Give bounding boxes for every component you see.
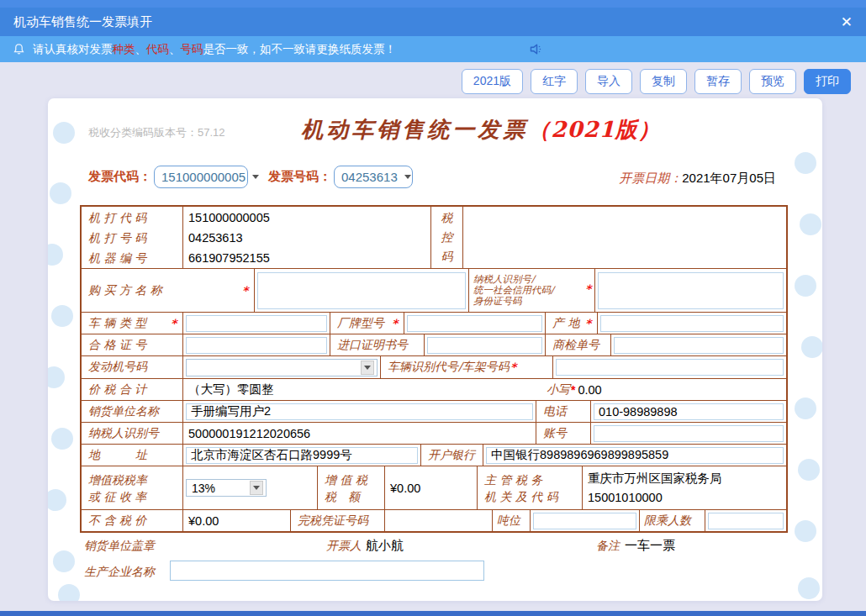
version-2021-button[interactable]: 2021版 [462, 69, 523, 94]
save-draft-button[interactable]: 暂存 [694, 69, 742, 94]
price-excl-value: ¥0.00 [182, 510, 290, 531]
import-cert-input[interactable] [427, 337, 542, 354]
account-input[interactable] [594, 425, 784, 442]
tax-cert-value [384, 510, 492, 531]
invoice-code-row: 发票代码： 151000000005 发票号码： 04253613 [88, 166, 413, 188]
cert-no-label: 合 格 证 号 [82, 334, 182, 355]
chevron-down-icon [250, 481, 263, 495]
engine-no-select[interactable] [186, 359, 378, 376]
invoice-number-label: 发票号码： [268, 169, 331, 185]
total-in-words: （大写）零圆整 [183, 382, 274, 398]
account-label: 账号 [536, 423, 590, 444]
vat-amount-value: ¥0.00 [384, 466, 477, 509]
copy-button[interactable]: 复制 [640, 69, 687, 94]
footer-row: 销货单位盖章 开票人 航小航 备注 一车一票 [48, 539, 822, 557]
decorative-dot [58, 584, 80, 601]
vat-rate-label: 增值税税率或 征 收 率 [82, 466, 182, 509]
vat-rate-select[interactable]: 13% [186, 479, 267, 497]
passenger-input[interactable] [708, 513, 784, 529]
total-label: 价 税 合 计 [82, 379, 182, 400]
total-numeric-group: 小写*0.00 [547, 382, 602, 398]
vehicle-type-input[interactable] [186, 315, 327, 332]
import-button[interactable]: 导入 [585, 69, 632, 94]
decorative-dot [798, 577, 820, 599]
close-icon[interactable]: ✕ [841, 13, 853, 31]
dialog-titlebar: 机动车销售统一发票填开 ✕ [0, 8, 866, 36]
origin-input[interactable] [600, 315, 784, 332]
buyer-taxid-input[interactable] [598, 272, 784, 309]
seller-taxid-value: 500000191212020656 [182, 423, 536, 444]
machine-values: 151000000005 04253613 661907952155 [182, 207, 430, 268]
total-small-label: 小写 [547, 382, 570, 398]
issuer-label: 开票人 [326, 539, 362, 554]
tax-cert-label: 完税凭证号码 [290, 510, 384, 531]
invoice-code-label: 发票代码： [88, 169, 151, 185]
inspection-no-label: 商检单号 [545, 334, 610, 355]
remark-label: 备注 [596, 539, 620, 554]
cert-no-input[interactable] [186, 337, 327, 354]
tax-control-code-cell: 税控码 [430, 207, 462, 268]
chevron-down-icon [404, 175, 411, 179]
manufacturer-label: 生产企业名称 [84, 565, 155, 580]
brand-model-input[interactable] [407, 315, 542, 332]
print-button[interactable]: 打印 [804, 69, 851, 94]
seller-name-input[interactable]: 手册编写用户2 [186, 403, 533, 420]
inspection-no-input[interactable] [614, 337, 784, 354]
import-cert-label: 进口证明书号 [330, 334, 424, 355]
phone-label: 电话 [536, 401, 590, 422]
origin-label: 产 地* [545, 313, 597, 334]
passenger-label: 限乘人数 [639, 510, 705, 531]
bank-label: 开户银行 [420, 445, 483, 466]
buyer-taxid-label: 纳税人识别号/ 统一社会信用代码/ 身份证号码 * [468, 269, 594, 312]
notice-bar: 请认真核对发票种类、代码、号码是否一致，如不一致请更换纸质发票！ [0, 36, 866, 62]
bank-input[interactable]: 中国银行8989896969899895859 [486, 447, 784, 464]
issue-date-label: 开票日期： [619, 171, 682, 186]
chevron-down-icon [361, 361, 374, 375]
decorative-dot [51, 305, 73, 327]
invoice-number-select[interactable]: 04253613 [334, 166, 413, 188]
decorative-dot [53, 122, 75, 144]
vehicle-type-label: 车 辆 类 型* [82, 313, 182, 334]
vin-input[interactable] [556, 359, 784, 376]
phone-input[interactable]: 010-98989898 [594, 403, 784, 420]
manufacturer-input[interactable] [170, 561, 484, 581]
address-input[interactable]: 北京市海淀区杏石口路9999号 [186, 447, 418, 464]
invoice-title: 机动车销售统一发票（2021版） [292, 115, 670, 145]
brand-model-label: 厂牌型号* [330, 313, 404, 334]
seller-taxid-label: 纳税人识别号 [82, 423, 182, 444]
seller-name-label: 销货单位名称 [82, 401, 182, 422]
tax-classification-version: 税收分类编码版本号：57.12 [88, 125, 225, 140]
decorative-dot [795, 152, 816, 174]
preview-button[interactable]: 预览 [749, 69, 796, 94]
decorative-dot [795, 398, 816, 419]
chevron-down-icon [252, 175, 259, 179]
background-window-strip [0, 0, 866, 8]
tonnage-label: 吨位 [492, 510, 530, 531]
issue-date: 开票日期：2021年07月05日 [619, 171, 776, 187]
tax-authority-value: 重庆市万州区国家税务局15001010000 [582, 466, 786, 509]
notice-text: 请认真核对发票种类、代码、号码是否一致，如不一致请更换纸质发票！ [33, 42, 396, 57]
buyer-name-label: 购 买 方 名 称* [82, 269, 254, 312]
total-value: 0.00 [576, 383, 601, 397]
buyer-name-input[interactable] [257, 272, 466, 309]
invoice-code-select[interactable]: 151000000005 [154, 166, 248, 188]
vin-label: 车辆识别代号/车架号码* [380, 356, 552, 378]
machine-id-value: 661907952155 [188, 248, 270, 268]
decorative-dot [48, 366, 65, 388]
decorative-dot [798, 459, 820, 481]
decorative-dot [48, 244, 63, 266]
engine-no-label: 发动机号码 [82, 356, 182, 378]
vat-amount-label: 增 值 税税 额 [317, 466, 384, 509]
remark-value: 一车一票 [625, 538, 675, 554]
tonnage-input[interactable] [533, 513, 636, 529]
invoice-table: 机 打 代 码 机 打 号 码 机 器 编 号 151000000005 042… [80, 205, 788, 533]
issue-date-value: 2021年07月05日 [682, 171, 776, 185]
bottom-border-strip [0, 611, 866, 616]
red-invoice-button[interactable]: 红字 [531, 69, 578, 94]
toolbar: 2021版 红字 导入 复制 暂存 预览 打印 [462, 69, 851, 94]
seller-stamp-label: 销货单位盖章 [84, 539, 155, 554]
decorative-dot [801, 336, 822, 358]
speaker-icon[interactable] [528, 40, 546, 58]
decorative-dot [800, 213, 821, 235]
bell-icon [12, 42, 26, 56]
